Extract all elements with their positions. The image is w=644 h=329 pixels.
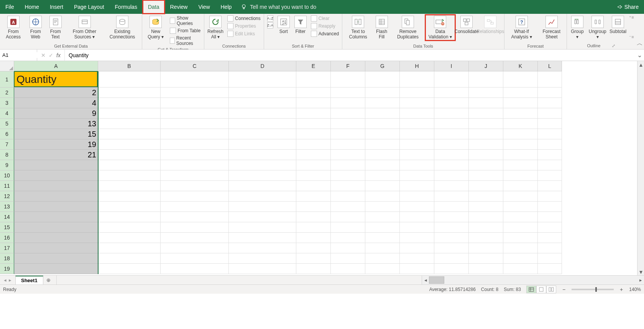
cell-D2[interactable]	[229, 88, 296, 98]
remove-duplicates-button[interactable]: Remove Duplicates	[391, 15, 425, 40]
scroll-up-button[interactable]: ▴	[637, 61, 644, 68]
cell-E9[interactable]	[296, 160, 331, 170]
cell-H1[interactable]	[400, 71, 434, 88]
column-header-I[interactable]: I	[434, 61, 469, 71]
cell-F5[interactable]	[331, 119, 365, 129]
new-query-button[interactable]: New Query ▾	[144, 15, 168, 40]
cell-J13[interactable]	[469, 202, 503, 212]
cell-J16[interactable]	[469, 233, 503, 243]
row-header-8[interactable]: 8	[0, 150, 14, 160]
cell-K11[interactable]	[503, 181, 538, 191]
cell-D5[interactable]	[229, 119, 296, 129]
cell-D1[interactable]	[229, 71, 296, 88]
menu-help[interactable]: Help	[215, 0, 237, 14]
cell-J6[interactable]	[469, 129, 503, 139]
cell-I3[interactable]	[434, 98, 469, 108]
cell-C8[interactable]	[161, 150, 229, 160]
cell-K12[interactable]	[503, 191, 538, 202]
cell-I18[interactable]	[434, 253, 469, 264]
show-queries-button[interactable]: Show Queries	[168, 15, 202, 26]
from-other-sources-button[interactable]: From Other Sources ▾	[66, 15, 104, 40]
cell-C6[interactable]	[161, 129, 229, 139]
cell-C9[interactable]	[161, 160, 229, 170]
cell-L15[interactable]	[538, 222, 562, 233]
cell-E2[interactable]	[296, 88, 331, 98]
cell-E6[interactable]	[296, 129, 331, 139]
column-header-L[interactable]: L	[538, 61, 562, 71]
cell-I4[interactable]	[434, 108, 469, 119]
cell-D15[interactable]	[229, 222, 296, 233]
row-header-17[interactable]: 17	[0, 243, 14, 253]
subtotal-button[interactable]: Subtotal	[609, 15, 627, 35]
cell-I1[interactable]	[434, 71, 469, 88]
cell-F16[interactable]	[331, 233, 365, 243]
recent-sources-button[interactable]: Recent Sources	[168, 35, 202, 46]
cell-C18[interactable]	[161, 253, 229, 264]
cell-F13[interactable]	[331, 202, 365, 212]
cell-J8[interactable]	[469, 150, 503, 160]
cell-D6[interactable]	[229, 129, 296, 139]
cell-K1[interactable]	[503, 71, 538, 88]
cell-C19[interactable]	[161, 264, 229, 274]
cell-D14[interactable]	[229, 212, 296, 222]
row-header-18[interactable]: 18	[0, 253, 14, 264]
column-header-C[interactable]: C	[161, 61, 229, 71]
cell-G11[interactable]	[365, 181, 400, 191]
sort-desc-button[interactable]: Z↓A	[266, 22, 275, 29]
cell-G13[interactable]	[365, 202, 400, 212]
cell-F2[interactable]	[331, 88, 365, 98]
cell-I9[interactable]	[434, 160, 469, 170]
cell-F6[interactable]	[331, 129, 365, 139]
cell-F1[interactable]	[331, 71, 365, 88]
cell-A15[interactable]	[14, 222, 98, 233]
cell-J5[interactable]	[469, 119, 503, 129]
cell-D10[interactable]	[229, 170, 296, 181]
cell-J2[interactable]	[469, 88, 503, 98]
cell-H9[interactable]	[400, 160, 434, 170]
cell-G6[interactable]	[365, 129, 400, 139]
row-header-12[interactable]: 12	[0, 191, 14, 202]
cell-C7[interactable]	[161, 139, 229, 150]
what-if-analysis-button[interactable]: ?What-If Analysis ▾	[506, 15, 537, 40]
column-header-E[interactable]: E	[296, 61, 331, 71]
cell-H18[interactable]	[400, 253, 434, 264]
filter-button[interactable]: Filter	[292, 15, 309, 35]
cell-L5[interactable]	[538, 119, 562, 129]
cell-B11[interactable]	[98, 181, 161, 191]
row-header-16[interactable]: 16	[0, 233, 14, 243]
cell-A17[interactable]	[14, 243, 98, 253]
cell-K3[interactable]	[503, 98, 538, 108]
cell-E12[interactable]	[296, 191, 331, 202]
cell-C11[interactable]	[161, 181, 229, 191]
cell-F7[interactable]	[331, 139, 365, 150]
row-header-6[interactable]: 6	[0, 129, 14, 139]
cell-G5[interactable]	[365, 119, 400, 129]
cell-H16[interactable]	[400, 233, 434, 243]
row-header-19[interactable]: 19	[0, 264, 14, 274]
from-access-button[interactable]: AFrom Access	[2, 15, 25, 40]
horizontal-scroll-thumb[interactable]	[429, 276, 444, 284]
cell-E18[interactable]	[296, 253, 331, 264]
flash-fill-button[interactable]: Flash Fill	[373, 15, 390, 40]
scroll-right-button[interactable]: ▸	[637, 276, 644, 284]
cell-E5[interactable]	[296, 119, 331, 129]
cell-A16[interactable]	[14, 233, 98, 243]
menu-home[interactable]: Home	[20, 0, 44, 14]
cell-L17[interactable]	[538, 243, 562, 253]
cell-B19[interactable]	[98, 264, 161, 274]
cell-F18[interactable]	[331, 253, 365, 264]
cell-F14[interactable]	[331, 212, 365, 222]
name-box[interactable]: ▾	[0, 50, 37, 61]
cell-C14[interactable]	[161, 212, 229, 222]
cell-I13[interactable]	[434, 202, 469, 212]
cell-D12[interactable]	[229, 191, 296, 202]
cell-I7[interactable]	[434, 139, 469, 150]
cell-L4[interactable]	[538, 108, 562, 119]
cell-E8[interactable]	[296, 150, 331, 160]
cell-G9[interactable]	[365, 160, 400, 170]
cell-B15[interactable]	[98, 222, 161, 233]
cell-E15[interactable]	[296, 222, 331, 233]
cell-B3[interactable]	[98, 98, 161, 108]
cell-I12[interactable]	[434, 191, 469, 202]
cell-F10[interactable]	[331, 170, 365, 181]
